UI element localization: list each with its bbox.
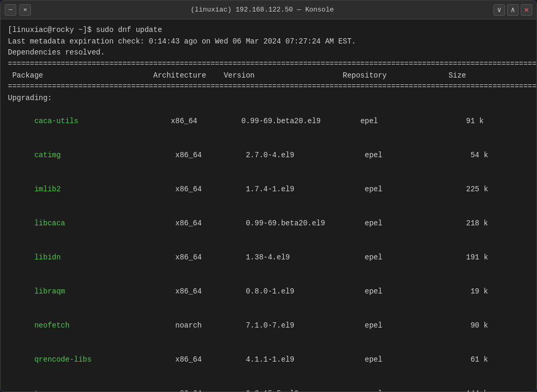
pkg-row-libraqm: libraqm x86_64 0.8.0-1.el9 epel 19 k [8,275,529,309]
pkg-row-neofetch: neofetch noarch 7.1.0-7.el9 epel 90 k [8,309,529,343]
titlebar-left-buttons: — ✕ [5,4,31,16]
close-button[interactable]: ✕ [521,4,532,16]
pkg-row-qrencode-libs: qrencode-libs x86_64 4.1.1-1.el9 epel 61… [8,343,529,377]
new-tab-button[interactable]: — [5,4,16,16]
titlebar: — ✕ (linuxiac) 192.168.122.50 — Konsole … [1,1,536,19]
pkg-row-imlib2: imlib2 x86_64 1.7.4-1.el9 epel 225 k [8,172,529,206]
pkg-row-libidn: libidn x86_64 1.38-4.el9 epel 191 k [8,241,529,275]
pkg-row-caca-utils: caca-utils x86_64 0.99-69.beta20.el9 epe… [8,104,529,138]
table-header: Package Architecture Version Repository … [8,70,529,82]
deps-line: Dependencies resolved. [8,47,529,59]
titlebar-right-buttons: ∨ ∧ ✕ [493,4,532,16]
pkg-row-trousers: trousers x86_64 0.3.15-5.el9 epel 144 k [8,377,529,391]
konsole-window: — ✕ (linuxiac) 192.168.122.50 — Konsole … [0,0,537,392]
upgrading-label: Upgrading: [8,93,529,104]
pkg-row-libcaca: libcaca x86_64 0.99-69.beta20.el9 epel 2… [8,206,529,241]
prompt-line: [linuxiac@rocky ~]$ sudo dnf update [8,25,529,36]
maximize-button[interactable]: ∧ [507,4,519,16]
pkg-row-catimg: catimg x86_64 2.7.0-4.el9 epel 54 k [8,138,529,172]
terminal-output[interactable]: [linuxiac@rocky ~]$ sudo dnf update Last… [1,19,536,391]
window-title: (linuxiac) 192.168.122.50 — Konsole [31,6,493,14]
separator-1: ========================================… [8,59,529,70]
prompt-text: [linuxiac@rocky ~]$ sudo dnf update [8,26,162,34]
minimize-button[interactable]: ∨ [493,4,505,16]
separator-2: ========================================… [8,81,529,93]
pin-button[interactable]: ✕ [19,4,31,16]
metadata-line: Last metadata expiration check: 0:14:43 … [8,36,529,48]
